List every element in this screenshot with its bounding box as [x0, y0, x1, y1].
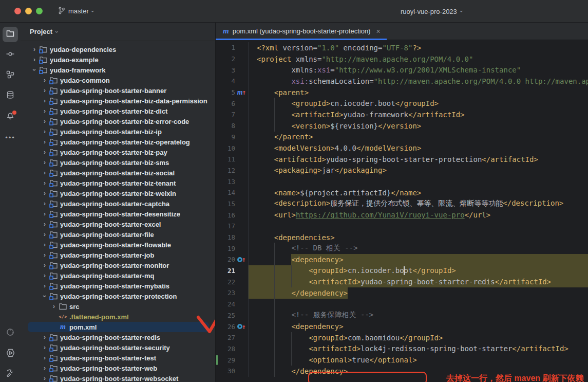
code-line-2[interactable]: 2<project xmlns="http://maven.apache.org… — [216, 53, 588, 65]
chevron-collapsed-icon[interactable]: › — [41, 128, 48, 135]
code-line-13[interactable]: 13 — [216, 176, 588, 187]
chevron-collapsed-icon[interactable]: › — [41, 169, 48, 176]
tree-item-yudao-spring-boot-starter-biz-social[interactable]: ›yudao-spring-boot-starter-biz-social — [21, 168, 215, 178]
tree-item-yudao-spring-boot-starter-websocket[interactable]: ›yudao-spring-boot-starter-websocket — [21, 373, 215, 382]
chevron-collapsed-icon[interactable]: › — [41, 138, 48, 145]
chevron-collapsed-icon[interactable]: › — [41, 190, 48, 197]
tree-item-yudao-common[interactable]: ›yudao-common — [21, 75, 215, 85]
code-line-25[interactable]: 25 <!-- 服务保障相关 --> — [216, 310, 588, 321]
tree-item-yudao-spring-boot-starter-captcha[interactable]: ›yudao-spring-boot-starter-captcha — [21, 198, 215, 209]
tree-item--flattened-pom-xml[interactable]: </>.flattened-pom.xml — [21, 312, 215, 322]
tree-item-yudao-spring-boot-starter-test[interactable]: ›yudao-spring-boot-starter-test — [21, 353, 215, 363]
code-line-11[interactable]: 11 <artifactId>yudao-spring-boot-starter… — [216, 154, 588, 165]
chevron-collapsed-icon[interactable]: › — [41, 241, 48, 248]
minimize-window-button[interactable] — [25, 8, 32, 14]
tree-item-yudao-spring-boot-starter-file[interactable]: ›yudao-spring-boot-starter-file — [21, 229, 215, 240]
code-line-17[interactable]: 17 — [216, 221, 588, 232]
code-line-24[interactable]: 24 — [216, 299, 588, 310]
code-line-28[interactable]: 28 <artifactId>lock4j-redisson-spring-bo… — [216, 343, 588, 355]
chevron-collapsed-icon[interactable]: › — [41, 107, 48, 115]
tree-item-pom-xml[interactable]: mpom.xml — [21, 322, 215, 332]
chevron-collapsed-icon[interactable]: › — [41, 365, 48, 372]
chevron-collapsed-icon[interactable]: › — [41, 210, 48, 217]
chevron-collapsed-icon[interactable]: › — [41, 159, 48, 166]
code-line-19[interactable]: 19 <!-- DB 相关 --> — [216, 243, 588, 254]
project-panel-header[interactable]: Project › — [21, 23, 215, 41]
tree-item-yudao-spring-boot-starter-desensitize[interactable]: ›yudao-spring-boot-starter-desensitize — [21, 209, 215, 219]
chevron-collapsed-icon[interactable]: › — [41, 97, 48, 104]
tree-item-yudao-spring-boot-starter-excel[interactable]: ›yudao-spring-boot-starter-excel — [21, 219, 215, 229]
code-line-4[interactable]: 4 xsi:schemaLocation="http://maven.apach… — [216, 76, 588, 87]
code-line-16[interactable]: 16 <url>https://github.com/YunaiV/ruoyi-… — [216, 209, 588, 221]
maximize-window-button[interactable] — [36, 8, 43, 14]
chevron-collapsed-icon[interactable]: › — [41, 149, 48, 156]
services-tool-button[interactable] — [3, 346, 18, 361]
tree-item-yudao-spring-boot-starter-biz-weixin[interactable]: ›yudao-spring-boot-starter-biz-weixin — [21, 188, 215, 198]
chevron-collapsed-icon[interactable]: › — [41, 87, 48, 94]
chevron-collapsed-icon[interactable]: › — [41, 344, 48, 351]
database-tool-button[interactable] — [3, 88, 18, 104]
tree-item-yudao-spring-boot-starter-job[interactable]: ›yudao-spring-boot-starter-job — [21, 250, 215, 260]
tree-item-yudao-spring-boot-starter-biz-sms[interactable]: ›yudao-spring-boot-starter-biz-sms — [21, 157, 215, 168]
chevron-collapsed-icon[interactable]: › — [41, 231, 48, 238]
tree-item-yudao-dependencies[interactable]: ›yudao-dependencies — [21, 44, 215, 54]
code-line-5[interactable]: 5m↑ <parent> — [216, 87, 588, 98]
tree-item-yudao-spring-boot-starter-monitor[interactable]: ›yudao-spring-boot-starter-monitor — [21, 260, 215, 270]
tree-item-src[interactable]: ›src — [21, 301, 215, 312]
more-tools-button[interactable]: ••• — [3, 130, 18, 145]
chevron-collapsed-icon[interactable]: › — [41, 282, 48, 289]
git-branch-widget[interactable]: master › — [58, 7, 93, 16]
tree-item-yudao-spring-boot-starter-redis[interactable]: ›yudao-spring-boot-starter-redis — [21, 332, 215, 342]
tree-item-yudao-spring-boot-starter-biz-tenant[interactable]: ›yudao-spring-boot-starter-biz-tenant — [21, 178, 215, 188]
tree-item-yudao-spring-boot-starter-web[interactable]: ›yudao-spring-boot-starter-web — [21, 363, 215, 373]
notifications-tool-button[interactable] — [3, 109, 18, 124]
chevron-collapsed-icon[interactable]: › — [50, 303, 58, 310]
code-line-15[interactable]: 15 <description>服务保证，提供分布式锁、幂等、限流、熔断等等功能… — [216, 198, 588, 210]
code-line-7[interactable]: 7 <artifactId>yudao-framework</artifactI… — [216, 109, 588, 120]
dependency-gutter-icon[interactable]: ↑ — [235, 323, 248, 331]
code-line-21[interactable]: 21 <groupId>cn.iocoder.boot</groupId> — [216, 265, 588, 277]
chevron-collapsed-icon[interactable]: › — [41, 179, 48, 187]
chevron-collapsed-icon[interactable]: › — [41, 375, 48, 382]
code-line-6[interactable]: 6 <groupId>cn.iocoder.boot</groupId> — [216, 98, 588, 109]
code-line-10[interactable]: 10 <modelVersion>4.0.0</modelVersion> — [216, 142, 588, 154]
tree-item-yudao-spring-boot-starter-protection[interactable]: ›yudao-spring-boot-starter-protection — [21, 291, 215, 301]
tree-item-yudao-spring-boot-starter-security[interactable]: ›yudao-spring-boot-starter-security — [21, 342, 215, 353]
tree-item-yudao-spring-boot-starter-biz-operatelog[interactable]: ›yudao-spring-boot-starter-biz-operatelo… — [21, 137, 215, 147]
chevron-collapsed-icon[interactable]: › — [31, 56, 38, 63]
project-title-widget[interactable]: ruoyi-vue-pro-2023 › — [401, 0, 463, 23]
maven-parent-gutter-icon[interactable]: m↑ — [235, 88, 248, 97]
chevron-collapsed-icon[interactable]: › — [41, 200, 48, 207]
chevron-collapsed-icon[interactable]: › — [31, 46, 38, 53]
code-line-26[interactable]: 26↑ <dependency> — [216, 321, 588, 332]
tree-item-yudao-framework[interactable]: ›yudao-framework — [21, 65, 215, 75]
tree-item-yudao-spring-boot-starter-banner[interactable]: ›yudao-spring-boot-starter-banner — [21, 85, 215, 96]
code-line-29[interactable]: 29 <optional>true</optional> — [216, 354, 588, 366]
tree-item-yudao-spring-boot-starter-biz-data-permission[interactable]: ›yudao-spring-boot-starter-biz-data-perm… — [21, 96, 215, 106]
chevron-collapsed-icon[interactable]: › — [41, 118, 48, 125]
project-tool-button[interactable] — [3, 27, 18, 42]
tree-item-yudao-spring-boot-starter-mq[interactable]: ›yudao-spring-boot-starter-mq — [21, 270, 215, 281]
code-line-23[interactable]: 23 </dependency> — [216, 287, 588, 299]
code-line-1[interactable]: 1<?xml version="1.0" encoding="UTF-8"?> — [216, 42, 588, 53]
chevron-collapsed-icon[interactable]: › — [41, 221, 48, 228]
code-line-3[interactable]: 3 xmlns:xsi="http://www.w3.org/2001/XMLS… — [216, 64, 588, 76]
code-line-27[interactable]: 27 <groupId>com.baomidou</groupId> — [216, 332, 588, 343]
tab-pom-xml[interactable]: m pom.xml (yudao-spring-boot-starter-pro… — [216, 23, 387, 40]
code-editor-area[interactable]: 去掉这一行，然后 maven 刷新下依赖 1<?xml version="1.0… — [216, 40, 588, 382]
chevron-collapsed-icon[interactable]: › — [41, 77, 48, 84]
chevron-collapsed-icon[interactable]: › — [41, 251, 48, 259]
tree-item-yudao-spring-boot-starter-biz-ip[interactable]: ›yudao-spring-boot-starter-biz-ip — [21, 126, 215, 137]
tree-item-yudao-spring-boot-starter-biz-pay[interactable]: ›yudao-spring-boot-starter-biz-pay — [21, 147, 215, 157]
tree-item-yudao-spring-boot-starter-biz-error-code[interactable]: ›yudao-spring-boot-starter-biz-error-cod… — [21, 116, 215, 126]
profiler-tool-button[interactable] — [3, 325, 18, 341]
code-line-8[interactable]: 8 <version>${revision}</version> — [216, 120, 588, 132]
tree-item-yudao-spring-boot-starter-mybatis[interactable]: ›yudao-spring-boot-starter-mybatis — [21, 281, 215, 291]
tree-item-yudao-example[interactable]: ›yudao-example — [21, 54, 215, 65]
tree-item-yudao-spring-boot-starter-flowable[interactable]: ›yudao-spring-boot-starter-flowable — [21, 240, 215, 250]
build-tool-button[interactable] — [3, 367, 18, 382]
chevron-collapsed-icon[interactable]: › — [41, 334, 48, 341]
chevron-collapsed-icon[interactable]: › — [41, 262, 48, 269]
code-line-18[interactable]: 18 <dependencies> — [216, 232, 588, 243]
chevron-expanded-icon[interactable]: › — [31, 66, 38, 74]
